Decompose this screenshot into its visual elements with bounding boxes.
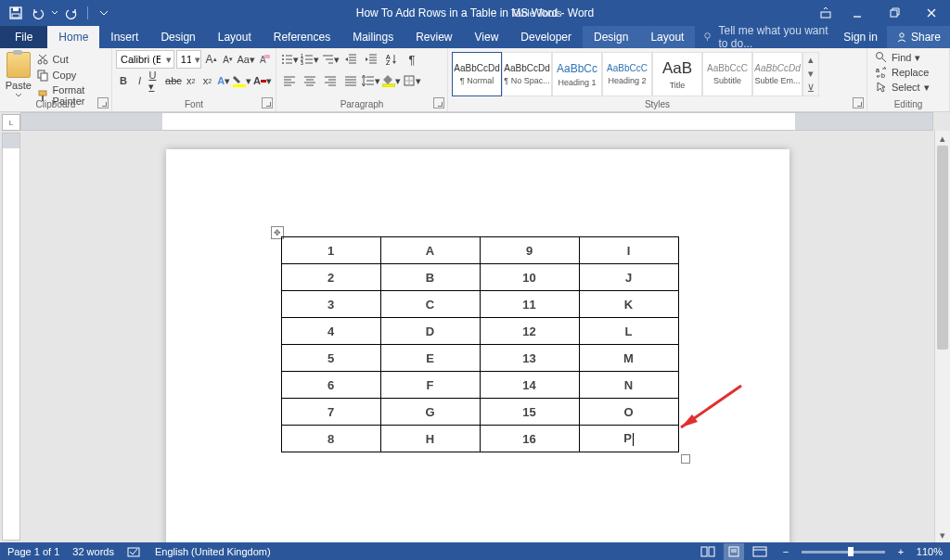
table-cell[interactable]: 10 [480, 264, 579, 291]
scroll-thumb[interactable] [937, 146, 948, 350]
table-cell[interactable]: 3 [281, 291, 380, 318]
font-launcher[interactable] [262, 97, 273, 108]
table-cell[interactable]: 6 [281, 372, 380, 399]
change-case-button[interactable]: Aa▾ [238, 50, 255, 69]
tab-table-layout[interactable]: Layout [639, 26, 695, 48]
increase-indent-button[interactable] [362, 50, 380, 69]
table-cell[interactable]: 13 [480, 345, 579, 372]
table-cell[interactable]: 14 [480, 372, 579, 399]
tab-mailings[interactable]: Mailings [341, 26, 404, 48]
restore-button[interactable] [876, 0, 913, 26]
save-button[interactable] [6, 3, 26, 23]
tab-table-design[interactable]: Design [583, 26, 639, 48]
style---no-spac---[interactable]: AaBbCcDd¶ No Spac... [502, 52, 552, 96]
bold-button[interactable]: B [116, 71, 131, 90]
tab-insert[interactable]: Insert [99, 26, 149, 48]
page[interactable]: ✥ 1A9I2B10J3C11K4D12L5E13M6F14N7G15O8H16… [166, 149, 790, 542]
table-cell[interactable]: 9 [480, 237, 579, 264]
table-cell[interactable]: 2 [281, 264, 380, 291]
style-title[interactable]: AaBTitle [652, 52, 702, 96]
tab-file[interactable]: File [0, 26, 47, 48]
replace-button[interactable]: abReplace [871, 65, 945, 80]
font-size-combo[interactable]: ▾ [176, 50, 202, 69]
text-effects-button[interactable]: A▾ [216, 71, 231, 90]
font-name-input[interactable] [117, 54, 164, 65]
font-color-button[interactable]: A▾ [253, 71, 272, 90]
table-cell[interactable]: 12 [480, 318, 579, 345]
table-cell[interactable]: B [380, 264, 480, 291]
close-button[interactable] [913, 0, 950, 26]
table-cell[interactable]: K [579, 291, 678, 318]
table-cell[interactable]: L [579, 318, 678, 345]
read-mode-button[interactable] [698, 543, 718, 560]
strikethrough-button[interactable]: abc [165, 71, 182, 90]
undo-dropdown[interactable] [50, 3, 59, 23]
align-left-button[interactable] [280, 71, 299, 90]
subscript-button[interactable]: x2 [184, 71, 199, 90]
zoom-in-button[interactable]: + [891, 543, 911, 560]
document-table[interactable]: 1A9I2B10J3C11K4D12L5E13M6F14N7G15O8H16P [281, 236, 679, 452]
tab-layout[interactable]: Layout [207, 26, 263, 48]
undo-button[interactable] [28, 3, 48, 23]
chevron-down-icon[interactable]: ▾ [195, 54, 200, 66]
copy-button[interactable]: Copy [33, 68, 108, 83]
table-cell[interactable]: J [579, 264, 678, 291]
shrink-font-button[interactable]: A▾ [221, 50, 236, 69]
zoom-out-button[interactable]: − [776, 543, 796, 560]
table-cell[interactable]: N [579, 372, 678, 399]
shading-button[interactable]: ▾ [382, 71, 401, 90]
table-cell[interactable]: 16 [480, 426, 579, 452]
zoom-slider[interactable] [802, 551, 885, 554]
tellme-search[interactable]: Tell me what you want to do... [695, 26, 834, 48]
styles-launcher[interactable] [853, 97, 864, 108]
page-indicator[interactable]: Page 1 of 1 [7, 546, 59, 557]
vertical-scrollbar[interactable]: ▴ ▾ [934, 131, 950, 542]
table-cell[interactable]: P [579, 426, 678, 452]
table-cell[interactable]: 5 [281, 345, 380, 372]
line-spacing-button[interactable]: ▾ [362, 71, 380, 90]
chevron-down-icon[interactable]: ▾ [164, 54, 173, 66]
scroll-down-button[interactable]: ▾ [935, 528, 950, 542]
italic-button[interactable]: I [133, 71, 148, 90]
decrease-indent-button[interactable] [341, 50, 360, 69]
ribbon-options-button[interactable] [813, 0, 839, 26]
table-cell[interactable]: 8 [281, 426, 380, 452]
table-cell[interactable]: H [380, 426, 480, 452]
underline-button[interactable]: U ▾ [148, 71, 163, 90]
spellcheck-icon[interactable] [127, 545, 142, 558]
style-subtle-em---[interactable]: AaBbCcDdSubtle Em... [752, 52, 802, 96]
table-cell[interactable]: C [380, 291, 480, 318]
page-area[interactable]: ✥ 1A9I2B10J3C11K4D12L5E13M6F14N7G15O8H16… [20, 131, 934, 542]
tab-review[interactable]: Review [404, 26, 463, 48]
table-cell[interactable]: 7 [281, 399, 380, 426]
table-cell[interactable]: A [380, 237, 480, 264]
tab-home[interactable]: Home [47, 26, 99, 48]
horizontal-ruler[interactable] [20, 112, 933, 131]
word-count[interactable]: 32 words [72, 546, 114, 557]
table-cell[interactable]: I [579, 237, 678, 264]
tab-developer[interactable]: Developer [509, 26, 583, 48]
tab-design[interactable]: Design [149, 26, 206, 48]
table-cell[interactable]: 15 [480, 399, 579, 426]
style---normal[interactable]: AaBbCcDd¶ Normal [452, 52, 502, 96]
numbering-button[interactable]: 123▾ [301, 50, 319, 69]
table-cell[interactable]: G [380, 399, 480, 426]
table-cell[interactable]: 1 [281, 237, 380, 264]
table-cell[interactable]: O [579, 399, 678, 426]
select-button[interactable]: Select ▾ [871, 80, 945, 95]
sort-button[interactable]: AZ [382, 50, 401, 69]
align-center-button[interactable] [301, 71, 319, 90]
superscript-button[interactable]: x2 [200, 71, 215, 90]
clear-formatting-button[interactable]: A [257, 50, 272, 69]
web-layout-button[interactable] [750, 543, 770, 560]
clipboard-launcher[interactable] [97, 97, 109, 108]
bullets-button[interactable]: ▾ [280, 50, 299, 69]
font-size-input[interactable] [177, 54, 195, 65]
table-cell[interactable]: M [579, 345, 678, 372]
scroll-up-button[interactable]: ▴ [935, 131, 950, 146]
table-cell[interactable]: E [380, 345, 480, 372]
justify-button[interactable] [341, 71, 360, 90]
vertical-ruler[interactable] [2, 133, 20, 541]
style-heading-2[interactable]: AaBbCcCHeading 2 [602, 52, 652, 96]
qat-customize-button[interactable] [94, 3, 114, 23]
